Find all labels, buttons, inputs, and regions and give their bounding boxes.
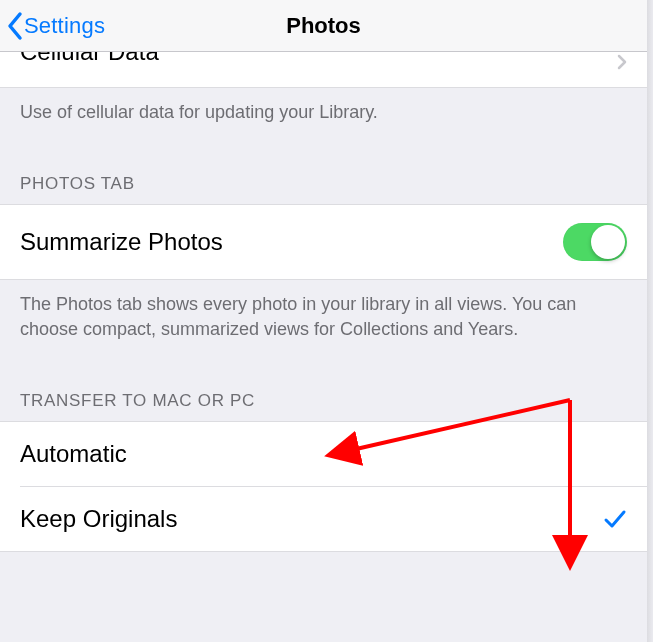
- checkmark-icon: [603, 509, 627, 529]
- back-label: Settings: [24, 13, 105, 39]
- transfer-option-label: Keep Originals: [20, 505, 177, 533]
- summarize-photos-label: Summarize Photos: [20, 228, 223, 256]
- photos-tab-footer: The Photos tab shows every photo in your…: [0, 280, 647, 369]
- toggle-knob: [591, 225, 625, 259]
- transfer-option-label: Automatic: [20, 440, 127, 468]
- chevron-right-icon: [617, 54, 627, 74]
- cellular-data-label: Cellular Data: [20, 52, 159, 64]
- transfer-group: Automatic Keep Originals: [0, 421, 647, 552]
- photos-tab-header: PHOTOS TAB: [0, 152, 647, 204]
- summarize-photos-toggle[interactable]: [563, 223, 627, 261]
- transfer-header: TRANSFER TO MAC OR PC: [0, 369, 647, 421]
- chevron-left-icon: [6, 11, 24, 41]
- summarize-photos-row[interactable]: Summarize Photos: [0, 204, 647, 280]
- back-button[interactable]: Settings: [6, 11, 105, 41]
- transfer-option-keep-originals[interactable]: Keep Originals: [0, 487, 647, 551]
- nav-bar: Settings Photos: [0, 0, 647, 52]
- cellular-footer: Use of cellular data for updating your L…: [0, 88, 647, 152]
- transfer-option-automatic[interactable]: Automatic: [0, 422, 647, 486]
- cellular-data-row[interactable]: Cellular Data: [0, 52, 647, 88]
